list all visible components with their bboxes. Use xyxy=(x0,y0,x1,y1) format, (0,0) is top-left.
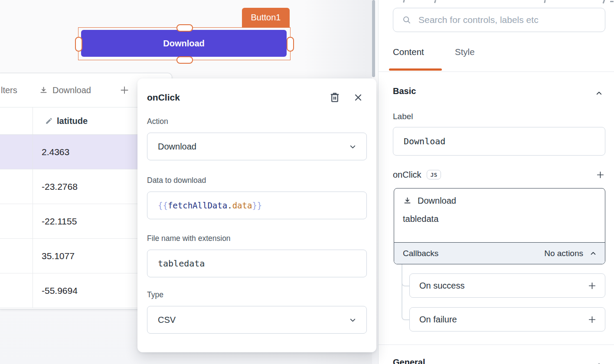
pencil-icon xyxy=(45,117,53,125)
divider xyxy=(379,344,614,345)
onclick-property-row: onClick JS xyxy=(393,168,605,181)
tab-style[interactable]: Style xyxy=(455,47,475,57)
canvas-download-button-label: Download xyxy=(163,39,205,49)
code-text: fetchAllData xyxy=(168,201,227,210)
search-input[interactable] xyxy=(418,14,596,26)
js-toggle-badge[interactable]: JS xyxy=(427,170,441,179)
add-action-button[interactable] xyxy=(595,170,605,180)
property-pane: Content Style Basic Label onClick JS Dow… xyxy=(378,0,614,364)
table-download-button[interactable]: Download xyxy=(39,73,91,107)
type-select-value: CSV xyxy=(158,315,176,325)
column-header-label: latitude xyxy=(57,116,88,126)
onclick-action-card[interactable]: Download tabledata Callbacks No actions xyxy=(394,188,605,264)
on-failure-label: On failure xyxy=(419,315,457,325)
add-success-action-button[interactable] xyxy=(587,281,597,291)
clipped-header-fragment xyxy=(403,0,405,3)
label-field-input[interactable] xyxy=(393,127,605,156)
code-text: . xyxy=(227,201,232,210)
card-file-name: tabledata xyxy=(403,214,596,224)
callback-tree-connector xyxy=(402,264,410,320)
table-add-row-button[interactable] xyxy=(119,73,130,107)
clipped-header-fragment xyxy=(610,1,614,2)
close-icon[interactable] xyxy=(353,92,363,103)
download-icon xyxy=(403,196,412,205)
on-failure-row[interactable]: On failure xyxy=(409,307,605,332)
action-field-label: Action xyxy=(147,117,367,126)
table-index-column-header xyxy=(0,107,33,134)
clipped-header-fragment xyxy=(434,0,436,3)
widget-name-label: Button1 xyxy=(251,13,281,23)
resize-handle-top[interactable] xyxy=(176,24,193,32)
chevron-up-icon xyxy=(589,250,597,257)
property-search[interactable] xyxy=(393,8,605,32)
action-select[interactable]: Download xyxy=(147,133,367,160)
chevron-down-icon xyxy=(349,316,357,324)
active-tab-underline xyxy=(389,68,442,71)
collapse-basic-button[interactable] xyxy=(595,89,603,98)
canvas-scrollbar[interactable] xyxy=(372,0,375,77)
clipped-header-fragment xyxy=(544,0,545,3)
card-action-label: Download xyxy=(418,196,456,206)
search-icon xyxy=(402,15,412,25)
code-text: data xyxy=(232,201,252,210)
table-filters-button[interactable]: lters xyxy=(1,73,17,107)
add-failure-action-button[interactable] xyxy=(587,315,597,325)
popup-header: onClick xyxy=(147,78,367,104)
data-to-download-field[interactable]: {{fetchAllData.data}} xyxy=(147,192,367,219)
section-basic-title: Basic xyxy=(393,86,416,96)
clipped-header-fragment xyxy=(603,0,605,3)
on-success-row[interactable]: On success xyxy=(409,273,605,298)
on-success-label: On success xyxy=(419,281,464,291)
section-general-title: General xyxy=(393,358,425,364)
file-name-label: File name with extension xyxy=(147,234,367,243)
action-select-value: Download xyxy=(158,142,196,152)
label-field-label: Label xyxy=(393,112,413,121)
plus-icon xyxy=(119,84,130,96)
resize-handle-left[interactable] xyxy=(75,37,82,52)
table-download-label: Download xyxy=(52,85,91,95)
resize-handle-right[interactable] xyxy=(287,37,294,52)
onclick-property-label: onClick xyxy=(393,170,421,180)
popup-title: onClick xyxy=(147,92,329,103)
callbacks-status: No actions xyxy=(544,249,583,258)
canvas-download-button[interactable]: Download xyxy=(81,30,287,57)
data-to-download-label: Data to download xyxy=(147,176,367,185)
type-select[interactable]: CSV xyxy=(147,306,367,334)
table-filters-label: lters xyxy=(1,85,17,95)
callbacks-toggle[interactable]: Callbacks No actions xyxy=(394,242,605,264)
file-name-field[interactable]: tabledata xyxy=(147,250,367,277)
collapse-general-button[interactable] xyxy=(595,361,603,364)
file-name-value: tabledata xyxy=(158,258,205,269)
tab-content[interactable]: Content xyxy=(393,47,424,57)
resize-handle-bottom[interactable] xyxy=(176,56,193,64)
widget-name-tag[interactable]: Button1 xyxy=(242,8,290,27)
code-text: }} xyxy=(252,201,262,210)
delete-action-button[interactable] xyxy=(329,91,341,104)
chevron-down-icon xyxy=(349,143,357,151)
download-icon xyxy=(39,86,48,95)
divider xyxy=(379,72,614,72)
code-text: {{ xyxy=(158,201,168,210)
onclick-action-popup: onClick Action Download Data to download… xyxy=(137,78,376,352)
type-field-label: Type xyxy=(147,290,367,299)
callbacks-label: Callbacks xyxy=(403,249,438,258)
